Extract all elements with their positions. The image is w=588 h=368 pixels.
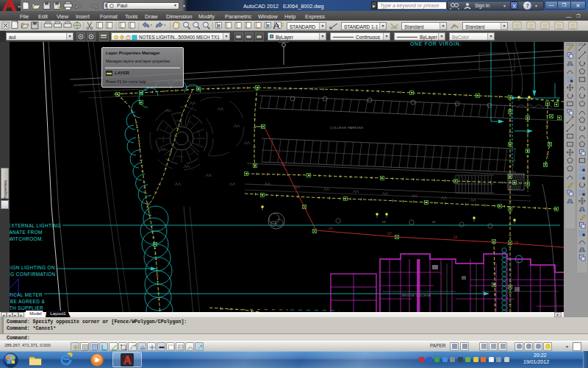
svg-text:LV: LV (514, 241, 518, 244)
svg-text:COLLEGE PARKING: COLLEGE PARKING (330, 126, 363, 130)
svg-text:LV: LV (387, 232, 391, 236)
svg-text:LV: LV (329, 227, 332, 230)
svg-text:LV: LV (382, 221, 386, 224)
svg-text:LV: LV (432, 221, 436, 224)
svg-text:ONE FOR VIRGIN.: ONE FOR VIRGIN. (410, 41, 462, 46)
svg-text:BRIDGE COLLEGE: BRIDGE COLLEGE (402, 294, 431, 297)
svg-text:LV: LV (453, 236, 457, 239)
